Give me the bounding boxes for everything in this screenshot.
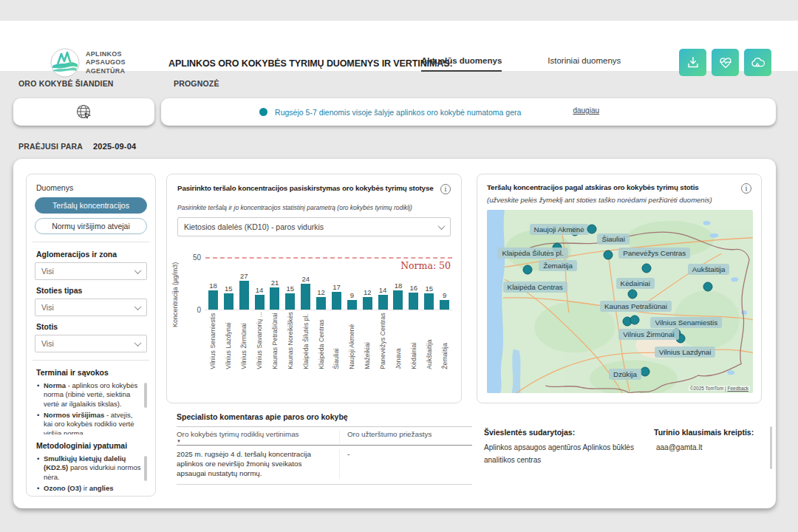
bar-slot: 21	[267, 257, 283, 310]
tab-aktualus-duomenys[interactable]: Aktualūs duomenys	[421, 56, 502, 72]
health-button[interactable]	[712, 49, 739, 76]
header-actions	[679, 49, 771, 76]
station-dot[interactable]	[628, 290, 638, 299]
bar-slot: 18	[391, 257, 406, 310]
term-bullet: Smulkiųjų kietųjų dalelių (KD2.5) paros …	[35, 454, 141, 482]
x-label-slot: Kaunas Noreikiškės	[282, 312, 298, 369]
x-axis-label: Jonava	[395, 312, 402, 369]
bar-value-label: 9	[350, 291, 354, 299]
station-dot[interactable]	[603, 250, 613, 259]
info-icon[interactable]: i	[741, 183, 751, 194]
download-button[interactable]	[679, 49, 706, 76]
bar[interactable]	[270, 287, 279, 310]
bar-chart: Koncentracija (µg/m3) 50 0 Norma: 50 181…	[177, 247, 451, 395]
chevron-down-icon	[134, 267, 142, 274]
x-axis-label: Panevėžys Centras	[379, 312, 386, 369]
column-header[interactable]: Oro kokybės tyrimų rodiklių vertinimas▼	[177, 430, 339, 443]
divider	[33, 242, 149, 242]
contact-label: Turinio klausimais kreiptis:	[654, 428, 765, 437]
stations-map[interactable]: Naujoji AkmenėŠiauliaiKlaipėda Šilutės p…	[487, 210, 753, 393]
globe-cursor-icon	[75, 103, 94, 122]
bar[interactable]	[424, 293, 434, 310]
station-label: Šiauliai	[597, 233, 630, 245]
filter-select[interactable]: Visi	[35, 262, 147, 280]
x-axis-label: Aukštaitija	[426, 312, 433, 369]
footer-info: Švieslentės sudarytojas: Aplinkos apsaug…	[484, 428, 765, 466]
station-dot[interactable]	[641, 367, 650, 377]
x-axis-label: Vilnius Savanorių ...	[256, 312, 263, 369]
bar-slot: 17	[329, 257, 344, 310]
station-dot[interactable]	[523, 265, 533, 274]
bar-value-label: 12	[364, 288, 372, 296]
pollutant-concentrations-button[interactable]: Teršalų koncentracijos	[35, 197, 147, 214]
bar[interactable]	[332, 292, 341, 310]
station-dot[interactable]	[587, 225, 597, 234]
bar[interactable]	[347, 300, 357, 310]
bar-slot: 12	[313, 257, 329, 310]
bar[interactable]	[393, 290, 403, 310]
bar-value-label: 16	[410, 284, 418, 292]
bar[interactable]	[440, 300, 449, 310]
bar[interactable]	[363, 297, 372, 310]
bar[interactable]	[316, 297, 326, 310]
chevron-down-icon	[134, 339, 142, 347]
chevron-down-icon	[134, 303, 142, 310]
station-label: Klaipėda Centras	[503, 282, 567, 293]
x-axis-label: Kaunas Petrašiūnai	[271, 312, 279, 369]
bar-value-label: 14	[379, 286, 387, 294]
station-dot[interactable]	[642, 263, 652, 273]
filter-select[interactable]: Visi	[35, 299, 147, 316]
bar-slot: 14	[252, 257, 267, 310]
bar[interactable]	[255, 295, 265, 310]
filter-select[interactable]: Visi	[35, 335, 147, 352]
bar-value-label: 18	[209, 282, 217, 290]
comment-table: Oro kokybės tyrimų rodiklių vertinimas▼O…	[177, 426, 472, 485]
bar[interactable]	[409, 293, 418, 310]
column-header-text: Oro užterštumo priežastys	[347, 430, 472, 438]
bar[interactable]	[301, 284, 310, 310]
forecast-more-link[interactable]: daugiau	[573, 106, 599, 115]
map-hint: (užveskite pelės žymeklį ant stoties taš…	[487, 196, 751, 204]
x-label-slot: Jonava	[391, 312, 406, 369]
station-dot[interactable]	[630, 316, 639, 325]
bar[interactable]	[285, 293, 295, 310]
methods-list: Smulkiųjų kietųjų dalelių (KD2.5) paros …	[35, 454, 147, 493]
pollutant-select[interactable]: Kietosios dalelės (KD10) - paros vidurki…	[177, 217, 451, 236]
scrollbar-thumb[interactable]	[144, 383, 147, 408]
x-axis-label: Vilnius Senamiestis	[209, 312, 216, 369]
station-label: Žemaitija	[539, 260, 577, 271]
bar-value-label: 21	[271, 279, 279, 287]
bar-value-label: 14	[256, 286, 264, 294]
bar-slot: 9	[437, 257, 452, 310]
x-axis-label: Kaunas Noreikiškės	[287, 312, 294, 369]
scrollbar-thumb[interactable]	[770, 426, 772, 469]
x-label-slot: Naujoji Akmenė	[344, 312, 360, 369]
concentration-chart-card: Pasirinkto teršalo koncentracijos pasisk…	[166, 174, 462, 403]
air-quality-today-card[interactable]	[13, 98, 154, 126]
filter-label: Stoties tipas	[36, 286, 147, 295]
author-label: Švieslentės sudarytojas:	[484, 428, 654, 437]
info-icon[interactable]: i	[440, 184, 451, 194]
bar[interactable]	[378, 295, 388, 310]
weather-button[interactable]	[744, 49, 771, 76]
bar-slot: 18	[205, 257, 221, 310]
feedback-link[interactable]: Feedback	[727, 386, 748, 391]
filters-sidebar: Duomenys Teršalų koncentracijos Normų vi…	[26, 174, 156, 497]
station-dot[interactable]	[703, 282, 712, 291]
bar[interactable]	[224, 293, 233, 310]
norm-exceedance-button[interactable]: Normų viršijimo atvejai	[35, 218, 147, 234]
filter-label: Stotis	[36, 322, 147, 331]
column-header[interactable]: Oro užterštumo priežastys	[339, 430, 472, 443]
scrollbar-thumb[interactable]	[144, 456, 147, 481]
bar[interactable]	[208, 290, 218, 310]
period-row: PRAĖJUSI PARA 2025-09-04	[18, 142, 136, 151]
bar-value-label: 24	[301, 275, 310, 283]
tab-istoriniai-duomenys[interactable]: Istoriniai duomenys	[548, 56, 621, 72]
x-label-slot: Kaunas Petrašiūnai	[267, 312, 283, 369]
station-label: Panevėžys Centras	[618, 248, 690, 259]
data-selector-label: Duomenys	[36, 183, 147, 192]
attribution-text: ©2025 TomTom |	[690, 386, 726, 391]
bar[interactable]	[239, 281, 249, 310]
bar-value-label: 27	[240, 272, 248, 280]
map-title: Teršalų koncentracijos pagal atskiras or…	[487, 183, 699, 191]
